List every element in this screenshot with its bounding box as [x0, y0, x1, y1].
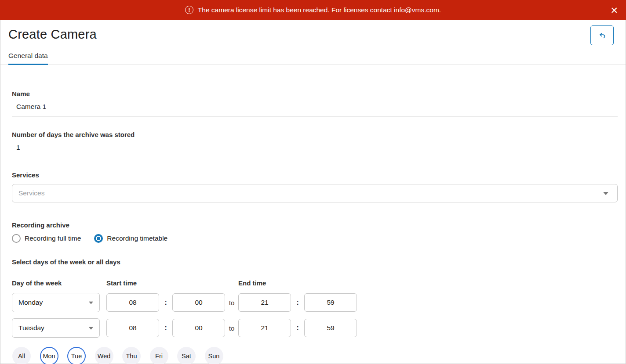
radio-selected-icon	[94, 234, 103, 243]
end-minute-input[interactable]	[304, 293, 357, 312]
start-hour-input[interactable]	[106, 293, 159, 312]
name-field-group: Name Camera 1	[12, 90, 617, 116]
banner-close-icon[interactable]: ✕	[610, 5, 618, 14]
timetable-row: Monday : to :	[12, 293, 617, 312]
name-input[interactable]: Camera 1	[12, 97, 618, 116]
license-error-banner: ! The camera license limit has been reac…	[0, 0, 626, 20]
time-separator: :	[159, 298, 172, 307]
chevron-down-icon	[603, 192, 608, 195]
chip-sun[interactable]: Sun	[205, 347, 223, 364]
recording-archive-label: Recording archive	[12, 221, 617, 229]
banner-message: The camera license limit has been reache…	[198, 6, 441, 14]
back-button[interactable]	[590, 25, 614, 45]
days-stored-value: 1	[12, 138, 618, 157]
chevron-down-icon	[89, 327, 93, 330]
tab-general-data[interactable]: General data	[8, 52, 48, 65]
chip-sat[interactable]: Sat	[177, 347, 196, 364]
days-stored-input[interactable]: 1	[12, 138, 618, 157]
timetable-column-headers: Day of the week Start time End time	[12, 279, 617, 287]
to-label: to	[225, 299, 238, 306]
page-title: Create Camera	[8, 27, 618, 42]
start-minute-input[interactable]	[172, 293, 225, 312]
radio-recording-timetable[interactable]: Recording timetable	[94, 234, 167, 243]
chip-wed[interactable]: Wed	[95, 347, 113, 364]
create-camera-page: Create Camera General data Name Camera 1…	[0, 20, 626, 364]
services-placeholder: Services	[12, 189, 44, 197]
day-select-monday[interactable]: Monday	[12, 293, 100, 312]
recording-archive-group: Recording archive Recording full time Re…	[12, 221, 617, 243]
services-select[interactable]: Services	[12, 184, 618, 202]
chip-thu[interactable]: Thu	[122, 347, 141, 364]
select-days-label: Select days of the week or all days	[12, 258, 617, 266]
time-separator: :	[159, 324, 172, 332]
start-minute-input[interactable]	[172, 319, 225, 337]
to-label: to	[225, 324, 238, 332]
name-label: Name	[12, 90, 617, 97]
start-hour-input[interactable]	[106, 319, 159, 337]
column-end-time: End time	[238, 279, 326, 287]
day-select-value: Monday	[12, 299, 43, 306]
tab-bar: General data	[0, 52, 626, 65]
timetable-row: Tuesday : to :	[12, 318, 617, 338]
chip-tue[interactable]: Tue	[67, 347, 86, 364]
radio-recording-full-time[interactable]: Recording full time	[12, 234, 81, 243]
page-header: Create Camera	[0, 20, 626, 42]
column-day-of-week: Day of the week	[12, 279, 106, 287]
timetable-section: Select days of the week or all days Day …	[12, 258, 617, 364]
day-select-tuesday[interactable]: Tuesday	[12, 318, 100, 338]
name-value: Camera 1	[12, 97, 618, 116]
day-select-value: Tuesday	[12, 324, 44, 332]
radio-label: Recording full time	[25, 234, 81, 242]
warning-icon: !	[185, 6, 193, 14]
chip-all[interactable]: All	[12, 347, 31, 364]
end-hour-input[interactable]	[238, 293, 291, 312]
end-minute-input[interactable]	[304, 319, 357, 337]
chevron-down-icon	[89, 302, 93, 304]
services-label: Services	[12, 171, 617, 179]
general-data-form: Name Camera 1 Number of days the archive…	[0, 90, 626, 364]
services-field-group: Services Services	[12, 171, 617, 202]
end-hour-input[interactable]	[238, 319, 291, 337]
days-stored-field-group: Number of days the archive was stored 1	[12, 131, 617, 157]
time-separator: :	[291, 324, 304, 332]
radio-unselected-icon	[12, 234, 21, 243]
time-separator: :	[291, 298, 304, 307]
days-stored-label: Number of days the archive was stored	[12, 131, 617, 138]
undo-arrow-icon	[597, 31, 607, 40]
recording-archive-options: Recording full time Recording timetable	[12, 234, 617, 243]
chip-mon[interactable]: Mon	[40, 347, 58, 364]
chip-fri[interactable]: Fri	[150, 347, 168, 364]
column-start-time: Start time	[106, 279, 238, 287]
radio-label: Recording timetable	[107, 234, 167, 242]
day-chips-row: All Mon Tue Wed Thu Fri Sat Sun	[12, 347, 617, 364]
